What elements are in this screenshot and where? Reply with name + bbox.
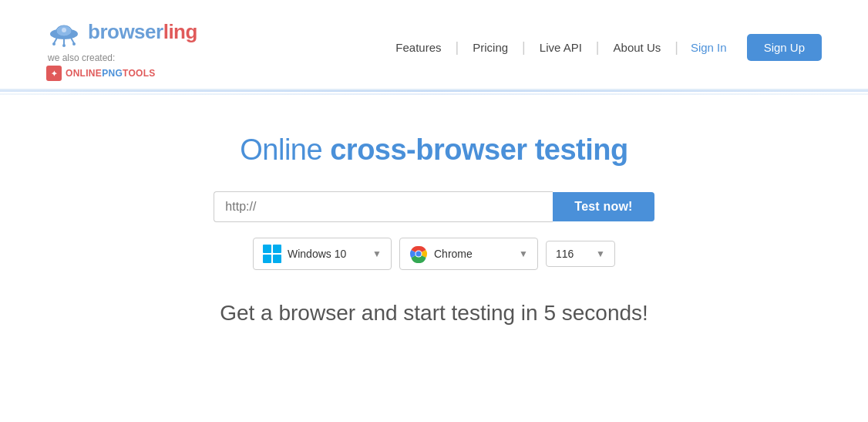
- header: browserling we also created: ✦ ONLINEPNG…: [0, 0, 868, 90]
- hero-title-bold: cross-browser testing: [330, 133, 628, 166]
- main-nav: Features | Pricing | Live API | About Us…: [382, 34, 822, 61]
- svg-point-11: [416, 252, 422, 257]
- nav-pricing[interactable]: Pricing: [459, 41, 522, 54]
- we-also-created-label: we also created:: [48, 52, 115, 63]
- version-dropdown[interactable]: 116 ▼: [546, 241, 615, 267]
- version-label: 116: [556, 248, 585, 260]
- hero-subtitle: Get a browser and start testing in 5 sec…: [220, 301, 648, 326]
- browser-label: Chrome: [434, 248, 508, 260]
- logo-section: browserling we also created: ✦ ONLINEPNG…: [46, 14, 197, 81]
- svg-line-2: [54, 38, 57, 43]
- svg-point-6: [62, 44, 66, 47]
- url-input[interactable]: [214, 191, 553, 222]
- version-dropdown-arrow: ▼: [596, 248, 605, 259]
- logo-icon: [46, 14, 82, 49]
- logo-text: browserling: [88, 20, 197, 44]
- nav-features[interactable]: Features: [382, 41, 455, 54]
- svg-line-4: [71, 38, 74, 43]
- test-now-button[interactable]: Test now!: [553, 192, 654, 221]
- nav-signin[interactable]: Sign In: [678, 41, 739, 54]
- divider-blue: [0, 90, 868, 92]
- nav-live-api[interactable]: Live API: [526, 41, 596, 54]
- hero-title-start: Online: [240, 133, 330, 166]
- badge-icon: ✦: [46, 66, 62, 81]
- url-row: Test now!: [214, 191, 654, 222]
- badge-text: ONLINEPNGTOOLS: [66, 68, 156, 79]
- svg-point-7: [72, 42, 76, 46]
- divider-light: [0, 93, 868, 95]
- os-dropdown-arrow: ▼: [372, 248, 382, 259]
- os-dropdown[interactable]: Windows 10 ▼: [253, 238, 392, 270]
- browser-dropdown[interactable]: Chrome ▼: [399, 238, 538, 270]
- onlinepngtools-badge[interactable]: ✦ ONLINEPNGTOOLS: [46, 66, 156, 81]
- nav-signup-button[interactable]: Sign Up: [747, 34, 822, 61]
- chrome-icon: [409, 245, 428, 263]
- nav-about-us[interactable]: About Us: [600, 41, 675, 54]
- svg-point-5: [52, 42, 56, 46]
- os-label: Windows 10: [288, 248, 362, 260]
- dropdowns-row: Windows 10 ▼ Chrome ▼ 11: [253, 238, 615, 270]
- svg-point-8: [62, 28, 66, 32]
- hero-title: Online cross-browser testing: [240, 133, 627, 167]
- logo-row: browserling: [46, 14, 197, 49]
- browser-dropdown-arrow: ▼: [519, 248, 528, 259]
- hero-section: Online cross-browser testing Test now! W…: [0, 95, 868, 356]
- windows10-icon: [263, 245, 281, 263]
